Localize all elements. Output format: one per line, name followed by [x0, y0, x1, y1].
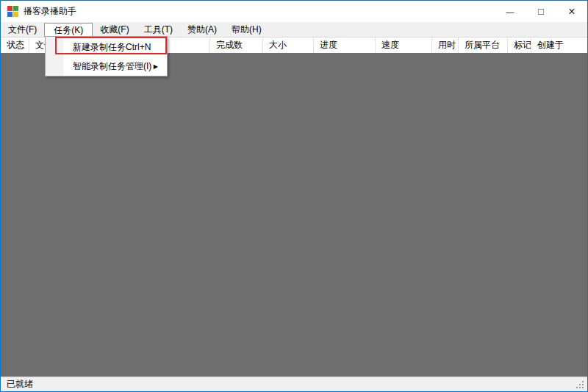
window-title: 播客录播助手 — [24, 5, 76, 18]
column-header-status[interactable]: 状态 — [1, 38, 29, 53]
menu-item-label: 新建录制任务 — [73, 41, 126, 54]
column-header-created[interactable]: 创建于 — [531, 38, 587, 53]
app-icon — [7, 6, 18, 17]
menu-help[interactable]: 帮助(H) — [224, 23, 269, 37]
task-list-area — [1, 53, 587, 377]
app-window: 播客录播助手 — □ × 文件(F) 任务(K) 收藏(F) 工具(T) 赞助(… — [0, 0, 588, 392]
menu-item-new-recording-task[interactable]: 新建录制任务 Ctrl+N — [46, 38, 167, 57]
column-header-elapsed[interactable]: 用时 — [432, 38, 459, 53]
submenu-arrow-icon: ▶ — [154, 63, 161, 70]
column-header-platform[interactable]: 所属平台 — [459, 38, 508, 53]
column-header-progress[interactable]: 进度 — [314, 38, 376, 53]
title-bar: 播客录播助手 — □ × — [1, 1, 587, 23]
menu-file[interactable]: 文件(F) — [1, 23, 44, 37]
task-dropdown-menu: 新建录制任务 Ctrl+N 智能录制任务管理(I) ▶ — [45, 36, 168, 76]
menu-bar: 文件(F) 任务(K) 收藏(F) 工具(T) 赞助(A) 帮助(H) — [1, 23, 587, 37]
menu-task[interactable]: 任务(K) — [44, 23, 93, 37]
menu-tools[interactable]: 工具(T) — [137, 23, 180, 37]
column-header-completed[interactable]: 完成数 — [210, 38, 263, 53]
maximize-button[interactable]: □ — [526, 1, 556, 22]
window-controls: — □ × — [495, 1, 587, 22]
menu-sponsor[interactable]: 赞助(A) — [180, 23, 224, 37]
minimize-button[interactable]: — — [495, 1, 526, 22]
status-bar: 已就绪 — [1, 377, 587, 391]
menu-item-label: 智能录制任务管理(I) — [73, 60, 151, 73]
menu-favorites[interactable]: 收藏(F) — [93, 23, 136, 37]
menu-item-smart-task-management[interactable]: 智能录制任务管理(I) ▶ — [46, 57, 167, 76]
status-text: 已就绪 — [7, 378, 33, 391]
resize-grip-icon[interactable] — [582, 387, 584, 388]
column-header-size[interactable]: 大小 — [263, 38, 314, 53]
menu-item-shortcut: Ctrl+N — [126, 42, 162, 52]
close-button[interactable]: × — [556, 1, 587, 22]
column-header-speed[interactable]: 速度 — [376, 38, 432, 53]
column-header-mark[interactable]: 标记 — [508, 38, 531, 53]
